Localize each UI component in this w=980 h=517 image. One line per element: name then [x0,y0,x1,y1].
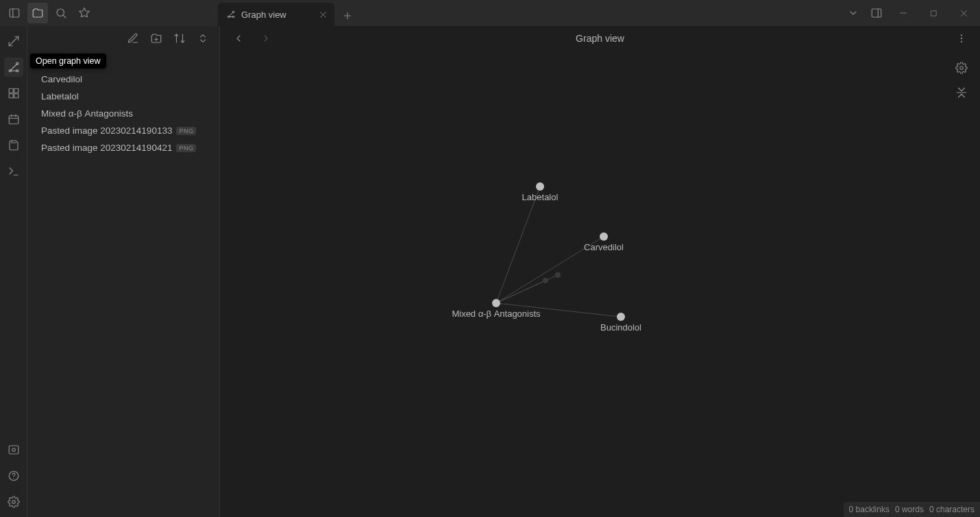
graph-edge [496,187,540,303]
svg-rect-0 [10,9,19,17]
file-item[interactable]: Mixed α-β Antagonists [27,105,219,122]
graph-view-icon[interactable] [4,58,23,77]
graph-node[interactable] [536,182,544,191]
quick-switcher-icon[interactable] [4,32,23,51]
svg-rect-16 [931,10,935,15]
tab-dropdown-icon[interactable] [843,3,863,23]
new-tab-button[interactable] [337,5,358,26]
svg-line-22 [10,64,16,70]
tab-strip: Graph view [218,0,358,26]
graph-settings-icon[interactable] [953,59,970,77]
graph-node-label: Carvedilol [584,242,624,252]
nav-back-icon[interactable] [228,28,249,49]
file-item[interactable]: Carvedilol [27,71,219,88]
titlebar: Graph view [0,0,980,26]
files-tab-icon[interactable] [27,3,48,23]
file-item-name: Labetalol [41,91,79,101]
svg-rect-27 [14,94,18,98]
window-close[interactable] [950,3,977,23]
templates-icon[interactable] [4,136,23,155]
file-item-name: Carvedilol [41,74,82,84]
svg-point-2 [57,9,64,16]
graph-node-unresolved[interactable] [543,278,548,283]
sort-icon[interactable] [171,30,188,47]
graph-node[interactable] [617,313,625,321]
tab-graph-view[interactable]: Graph view [218,3,334,26]
window-minimize[interactable] [890,3,917,23]
svg-rect-13 [872,9,881,17]
graph-node[interactable] [600,232,608,241]
left-ribbon [0,26,27,517]
canvas-icon[interactable] [4,84,23,103]
new-folder-icon[interactable] [148,30,164,47]
file-item[interactable]: Pasted image 20230214190133PNG [27,122,219,139]
graph-icon [226,10,236,19]
status-characters[interactable]: 0 characters [929,505,975,514]
graph-filter-icon[interactable] [953,84,970,101]
svg-point-45 [960,67,964,70]
svg-rect-26 [9,94,13,98]
svg-point-42 [961,35,961,36]
search-tab-icon[interactable] [51,3,71,23]
svg-point-44 [961,41,961,42]
file-item-name: Pasted image 20230214190133 [41,125,172,136]
view-more-icon[interactable] [951,28,972,49]
settings-icon[interactable] [4,492,23,512]
file-badge: PNG [176,127,196,135]
svg-line-3 [63,15,65,17]
file-item[interactable]: Pasted image 20230214190421PNG [27,139,219,156]
view-title: Graph view [220,33,980,44]
svg-point-37 [12,501,15,504]
graph-canvas[interactable]: LabetalolCarvedilolMixed α-β Antagonists… [220,51,980,517]
file-item-name: Pasted image 20230214190421 [41,143,172,153]
help-icon[interactable] [4,466,23,485]
command-palette-icon[interactable] [4,162,23,181]
svg-rect-33 [9,446,19,454]
window-maximize[interactable] [920,3,947,23]
file-item[interactable]: Labetalol [27,88,219,105]
file-badge: PNG [176,144,196,152]
file-explorer: BucindololCarvedilolLabetalolMixed α-β A… [27,26,220,517]
svg-point-43 [961,38,961,38]
tooltip-open-graph: Open graph view [30,53,106,69]
tab-title: Graph view [241,10,286,20]
status-words[interactable]: 0 words [895,505,924,514]
graph-node[interactable] [492,299,500,307]
left-sidebar-toggle[interactable] [4,3,25,23]
new-note-icon[interactable] [125,30,141,47]
daily-note-icon[interactable] [4,110,23,129]
vault-icon[interactable] [4,440,23,459]
nav-forward-icon[interactable] [256,28,276,49]
file-item-name: Mixed α-β Antagonists [41,108,133,119]
right-sidebar-toggle[interactable] [866,3,887,23]
bookmarks-tab-icon[interactable] [74,3,95,23]
status-backlinks[interactable]: 0 backlinks [849,505,890,514]
svg-line-7 [229,12,232,16]
graph-node-label: Labetalol [522,192,559,202]
status-bar: 0 backlinks 0 words 0 characters [844,502,980,517]
graph-node-label: Bucindolol [600,322,641,333]
svg-point-34 [12,448,15,452]
svg-rect-24 [9,88,13,93]
svg-rect-28 [9,116,19,124]
graph-node-unresolved[interactable] [555,272,561,278]
collapse-icon[interactable] [195,30,211,47]
graph-node-label: Mixed α-β Antagonists [452,309,541,319]
tab-close-icon[interactable] [319,10,328,19]
main-view: Graph view LabetalolCarvedilolMixed α-β … [220,26,980,517]
svg-rect-25 [14,88,18,93]
